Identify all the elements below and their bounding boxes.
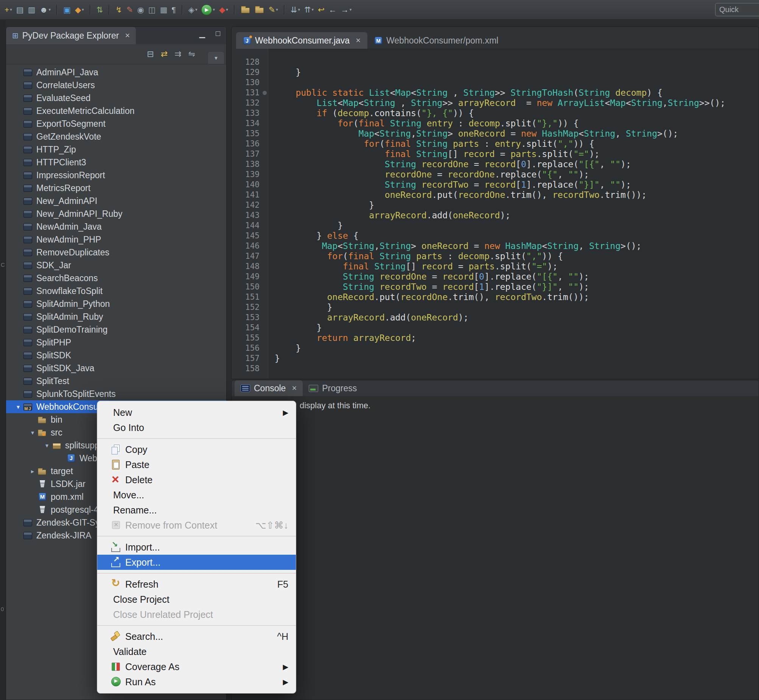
tree-item-label: ExecuteMetricCalculation	[36, 106, 135, 116]
back-icon[interactable]: ←	[328, 3, 337, 16]
menu-item-import[interactable]: Import...	[97, 539, 296, 555]
tab-pydev-package-explorer[interactable]: ⊞ PyDev Package Explorer ×	[6, 27, 136, 44]
line-number: 152	[231, 302, 268, 312]
run-icon	[110, 676, 122, 688]
menu-item-move[interactable]: Move...	[97, 488, 296, 503]
menu-item-copy[interactable]: Copy	[97, 442, 296, 457]
menu-item-delete[interactable]: Delete	[97, 472, 296, 488]
open-folder-icon[interactable]	[240, 3, 251, 16]
tree-item-splitadmin-python[interactable]: SplitAdmin_Python	[6, 297, 226, 310]
menu-item-close-unrelated-project[interactable]: Close Unrelated Project	[97, 607, 296, 622]
tree-item-splitsdk-java[interactable]: SplitSDK_Java	[6, 362, 226, 375]
flashlight-icon[interactable]: ↯	[115, 3, 123, 16]
menu-item-refresh[interactable]: RefreshF5	[97, 577, 296, 592]
new-package-icon[interactable]: ◆▾	[74, 3, 85, 16]
show-whitespace-icon[interactable]: ¶	[171, 3, 177, 16]
tree-item-label: AdminAPI_Java	[36, 67, 98, 78]
minimize-icon[interactable]: ▁	[199, 29, 205, 38]
annotate-pen-icon[interactable]: ✎	[126, 3, 134, 16]
last-edit-location-icon[interactable]: ↩	[317, 3, 325, 16]
debug-attach-icon[interactable]: ◉	[136, 3, 145, 16]
open-declaration-icon[interactable]: ▦	[159, 3, 169, 16]
console-icon	[241, 384, 250, 392]
menu-item-search[interactable]: Search...^H	[97, 629, 296, 644]
next-annotation-icon[interactable]: ⇊▾	[290, 3, 301, 16]
code-area[interactable]: 128129 }130131 public static List<Map<St…	[231, 49, 759, 379]
menu-item-go-into[interactable]: Go Into	[97, 420, 296, 435]
menu-item-coverage-as[interactable]: Coverage As▶	[97, 659, 296, 674]
user-account-icon[interactable]: ☻▾	[39, 3, 52, 16]
menu-item-label: Delete	[125, 475, 153, 486]
menu-item-paste[interactable]: Paste	[97, 457, 296, 472]
previous-annotation-icon[interactable]: ⇈▾	[303, 3, 314, 16]
tree-item-label: SplunkToSplitEvents	[36, 389, 116, 399]
tree-item-removeduplicates[interactable]: RemoveDuplicates	[6, 246, 226, 259]
tree-item-executemetriccalculation[interactable]: ExecuteMetricCalculation	[6, 105, 226, 117]
editor-tab-label: WebhookConsumer/pom.xml	[386, 36, 498, 46]
tab-console[interactable]: Console ×	[234, 380, 303, 396]
menu-item-run-as[interactable]: Run As▶	[97, 674, 296, 689]
menu-item-new[interactable]: New▶	[97, 405, 296, 420]
tree-item-newadmin-php[interactable]: NewAdmin_PHP	[6, 233, 226, 246]
link-with-editor-icon[interactable]: ⇄	[161, 49, 168, 59]
tree-item-metricsreport[interactable]: MetricsReport	[6, 181, 226, 194]
save-all-icon[interactable]: ▥	[27, 3, 36, 16]
menu-item-validate[interactable]: Validate	[97, 644, 296, 659]
tree-item-impressionreport[interactable]: ImpressionReport	[6, 169, 226, 181]
project-icon	[23, 363, 33, 373]
forward-icon[interactable]: →▾	[340, 3, 353, 16]
pydev-console-icon[interactable]: ▣	[62, 3, 72, 16]
tree-item-splitsdk[interactable]: SplitSDK	[6, 349, 226, 362]
tree-item-splitdemotraining[interactable]: SplitDemoTraining	[6, 323, 226, 336]
code-line-151: 151 oneRecord.put(recordOne.trim(), reco…	[231, 292, 759, 302]
tree-item-correlateusers[interactable]: CorrelateUsers	[6, 79, 226, 92]
compare-icon[interactable]: ◫	[148, 3, 157, 16]
external-tools-icon[interactable]: ◈▾	[188, 3, 198, 16]
tree-item-sdk-jar[interactable]: SDK_Jar	[6, 259, 226, 272]
tree-item-splitadmin-ruby[interactable]: SplitAdmin_Ruby	[6, 310, 226, 323]
menu-item-label: Validate	[113, 646, 147, 657]
chevron-right-icon[interactable]: ▸	[28, 468, 37, 475]
view-menu-icon[interactable]: ▼	[208, 52, 224, 64]
tree-item-evaluateseed[interactable]: EvaluateSeed	[6, 92, 226, 105]
close-icon[interactable]: ×	[125, 31, 130, 41]
tree-item-new-adminapi[interactable]: New_AdminAPI	[6, 194, 226, 207]
tree-item-splitphp[interactable]: SplitPHP	[6, 336, 226, 349]
filters-icon[interactable]: ⇋	[189, 49, 195, 59]
tree-item-getzendeskvote[interactable]: GetZendeskVote	[6, 130, 226, 143]
synchronize-icon[interactable]: ⇅	[96, 3, 104, 16]
tree-item-newadmin-java[interactable]: NewAdmin_Java	[6, 220, 226, 233]
tree-item-searchbeacons[interactable]: SearchBeacons	[6, 272, 226, 284]
tree-item-splunktosplitevents[interactable]: SplunkToSplitEvents	[6, 388, 226, 400]
menu-item-remove-from-context[interactable]: Remove from Context⌥⇧⌘↓	[97, 518, 296, 533]
expand-selected-icon[interactable]: ⇉	[175, 49, 181, 59]
tab-webhookconsumer-pom-xml[interactable]: WebhookConsumer/pom.xml	[367, 32, 505, 49]
open-folder-alt-icon[interactable]	[254, 3, 265, 16]
chevron-down-icon[interactable]: ▾	[14, 403, 23, 411]
menu-item-export[interactable]: Export...	[97, 555, 296, 570]
tree-item-splittest[interactable]: SplitTest	[6, 375, 226, 388]
tab-webhookconsumer-java[interactable]: WebhookConsumer.java ×	[236, 32, 367, 49]
close-icon[interactable]: ×	[356, 36, 361, 45]
tree-item-exporttosegment[interactable]: ExportToSegment	[6, 117, 226, 130]
menu-item-close-project[interactable]: Close Project	[97, 592, 296, 607]
quick-access-input[interactable]: Quick	[715, 3, 759, 16]
chevron-down-icon[interactable]: ▾	[42, 442, 52, 449]
tree-item-new-adminapi-ruby[interactable]: New_AdminAPI_Ruby	[6, 207, 226, 220]
new-wizard-icon[interactable]: +▾	[4, 3, 13, 16]
run-icon[interactable]: ▶▾	[200, 3, 216, 16]
collapse-all-icon[interactable]: ⊟	[147, 49, 154, 59]
debug-icon[interactable]: ◆▾	[218, 3, 229, 16]
tree-item-http-zip[interactable]: HTTP_Zip	[6, 143, 226, 156]
toolbar-separator	[109, 5, 110, 15]
mark-occurrences-icon[interactable]: ✎▾	[268, 3, 279, 16]
close-icon[interactable]: ×	[292, 383, 297, 393]
save-icon[interactable]: ▤	[16, 3, 25, 16]
menu-item-rename[interactable]: Rename...	[97, 503, 296, 518]
chevron-down-icon[interactable]: ▾	[28, 429, 37, 436]
maximize-icon[interactable]: □	[216, 29, 220, 38]
tree-item-adminapi-java[interactable]: AdminAPI_Java	[6, 66, 226, 79]
tree-item-httpclient3[interactable]: HTTPClient3	[6, 156, 226, 169]
tab-progress[interactable]: Progress	[303, 380, 363, 396]
tree-item-snowflaketosplit[interactable]: SnowflakeToSplit	[6, 284, 226, 297]
